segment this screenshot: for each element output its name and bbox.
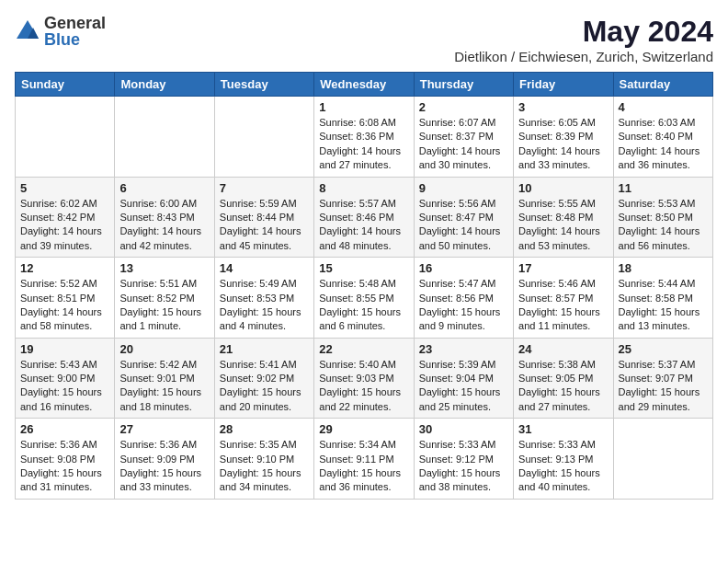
daylight-info: Daylight: 15 hours and 4 minutes. [220, 305, 309, 334]
day-cell: 29Sunrise: 5:34 AMSunset: 9:11 PMDayligh… [314, 419, 414, 500]
day-info: Sunrise: 5:33 AMSunset: 9:12 PMDaylight:… [419, 438, 508, 495]
sunrise-info: Sunrise: 5:33 AM [518, 438, 608, 452]
sunrise-info: Sunrise: 5:36 AM [20, 438, 109, 452]
day-info: Sunrise: 5:59 AMSunset: 8:44 PMDaylight:… [220, 197, 309, 254]
week-row-1: 1Sunrise: 6:08 AMSunset: 8:36 PMDaylight… [16, 97, 713, 178]
day-cell: 23Sunrise: 5:39 AMSunset: 9:04 PMDayligh… [414, 338, 513, 419]
day-cell: 2Sunrise: 6:07 AMSunset: 8:37 PMDaylight… [414, 97, 513, 178]
day-number: 16 [419, 261, 508, 275]
day-cell: 1Sunrise: 6:08 AMSunset: 8:36 PMDaylight… [314, 97, 414, 178]
month-title: May 2024 [454, 15, 713, 49]
day-cell: 10Sunrise: 5:55 AMSunset: 8:48 PMDayligh… [514, 177, 613, 258]
day-cell: 31Sunrise: 5:33 AMSunset: 9:13 PMDayligh… [514, 419, 613, 500]
day-header-wednesday: Wednesday [314, 73, 414, 97]
daylight-info: Daylight: 14 hours and 39 minutes. [20, 224, 109, 253]
sunrise-info: Sunrise: 5:55 AM [518, 197, 608, 211]
day-info: Sunrise: 6:07 AMSunset: 8:37 PMDaylight:… [419, 116, 508, 173]
day-cell: 14Sunrise: 5:49 AMSunset: 8:53 PMDayligh… [214, 258, 313, 339]
sunrise-info: Sunrise: 5:44 AM [619, 277, 708, 291]
day-number: 4 [619, 100, 708, 114]
sunrise-info: Sunrise: 5:39 AM [419, 358, 508, 372]
day-cell: 30Sunrise: 5:33 AMSunset: 9:12 PMDayligh… [414, 419, 513, 500]
sunrise-info: Sunrise: 5:40 AM [319, 358, 408, 372]
day-number: 7 [220, 181, 309, 195]
daylight-info: Daylight: 14 hours and 27 minutes. [319, 144, 408, 173]
sunset-info: Sunset: 9:01 PM [119, 372, 209, 385]
daylight-info: Daylight: 14 hours and 36 minutes. [619, 144, 708, 173]
day-info: Sunrise: 5:44 AMSunset: 8:58 PMDaylight:… [619, 277, 708, 334]
sunrise-info: Sunrise: 5:57 AM [319, 197, 408, 211]
day-number: 9 [419, 181, 508, 195]
sunrise-info: Sunrise: 5:47 AM [419, 277, 508, 291]
day-number: 1 [319, 100, 408, 114]
day-cell [613, 419, 712, 500]
daylight-info: Daylight: 14 hours and 53 minutes. [518, 224, 608, 253]
sunset-info: Sunset: 8:55 PM [319, 292, 408, 305]
sunrise-info: Sunrise: 5:41 AM [220, 358, 309, 372]
day-header-sunday: Sunday [16, 73, 115, 97]
day-cell: 15Sunrise: 5:48 AMSunset: 8:55 PMDayligh… [314, 258, 414, 339]
daylight-info: Daylight: 14 hours and 56 minutes. [619, 224, 708, 253]
day-number: 14 [220, 261, 309, 275]
day-number: 13 [119, 261, 209, 275]
day-number: 22 [319, 342, 408, 356]
day-header-friday: Friday [514, 73, 613, 97]
day-number: 6 [119, 181, 209, 195]
daylight-info: Daylight: 15 hours and 38 minutes. [419, 466, 508, 495]
daylight-info: Daylight: 15 hours and 25 minutes. [419, 385, 508, 414]
day-number: 17 [518, 261, 608, 275]
sunset-info: Sunset: 8:39 PM [518, 130, 608, 144]
day-number: 21 [220, 342, 309, 356]
sunset-info: Sunset: 9:10 PM [220, 453, 309, 466]
day-number: 28 [220, 422, 309, 436]
page-header: General Blue May 2024 Dietlikon / Eichwi… [15, 15, 713, 64]
daylight-info: Daylight: 15 hours and 18 minutes. [119, 385, 209, 414]
sunrise-info: Sunrise: 6:05 AM [518, 116, 608, 130]
sunrise-info: Sunrise: 6:07 AM [419, 116, 508, 130]
day-number: 29 [319, 422, 408, 436]
day-info: Sunrise: 5:46 AMSunset: 8:57 PMDaylight:… [518, 277, 608, 334]
daylight-info: Daylight: 14 hours and 45 minutes. [220, 224, 309, 253]
day-cell: 5Sunrise: 6:02 AMSunset: 8:42 PMDaylight… [16, 177, 115, 258]
location-title: Dietlikon / Eichwiesen, Zurich, Switzerl… [454, 49, 713, 64]
day-number: 5 [20, 181, 109, 195]
day-cell: 4Sunrise: 6:03 AMSunset: 8:40 PMDaylight… [613, 97, 712, 178]
day-number: 30 [419, 422, 508, 436]
day-info: Sunrise: 5:41 AMSunset: 9:02 PMDaylight:… [220, 358, 309, 415]
sunrise-info: Sunrise: 6:00 AM [119, 197, 209, 211]
day-cell [214, 97, 313, 178]
day-cell: 6Sunrise: 6:00 AMSunset: 8:43 PMDaylight… [115, 177, 214, 258]
logo-general: General [44, 15, 106, 31]
sunrise-info: Sunrise: 6:03 AM [619, 116, 708, 130]
daylight-info: Daylight: 14 hours and 30 minutes. [419, 144, 508, 173]
day-number: 26 [20, 422, 109, 436]
sunrise-info: Sunrise: 6:02 AM [20, 197, 109, 211]
sunset-info: Sunset: 8:48 PM [518, 211, 608, 224]
week-row-2: 5Sunrise: 6:02 AMSunset: 8:42 PMDaylight… [16, 177, 713, 258]
day-cell: 18Sunrise: 5:44 AMSunset: 8:58 PMDayligh… [613, 258, 712, 339]
sunset-info: Sunset: 9:04 PM [419, 372, 508, 385]
sunrise-info: Sunrise: 5:35 AM [220, 438, 309, 452]
sunrise-info: Sunrise: 5:46 AM [518, 277, 608, 291]
sunrise-info: Sunrise: 5:42 AM [119, 358, 209, 372]
day-cell: 9Sunrise: 5:56 AMSunset: 8:47 PMDaylight… [414, 177, 513, 258]
sunset-info: Sunset: 8:53 PM [220, 292, 309, 305]
day-info: Sunrise: 5:38 AMSunset: 9:05 PMDaylight:… [518, 358, 608, 415]
day-info: Sunrise: 5:42 AMSunset: 9:01 PMDaylight:… [119, 358, 209, 415]
day-cell: 20Sunrise: 5:42 AMSunset: 9:01 PMDayligh… [115, 338, 214, 419]
sunset-info: Sunset: 8:58 PM [619, 292, 708, 305]
day-cell: 27Sunrise: 5:36 AMSunset: 9:09 PMDayligh… [115, 419, 214, 500]
day-number: 12 [20, 261, 109, 275]
title-block: May 2024 Dietlikon / Eichwiesen, Zurich,… [454, 15, 713, 64]
day-number: 11 [619, 181, 708, 195]
sunrise-info: Sunrise: 5:52 AM [20, 277, 109, 291]
sunset-info: Sunset: 9:05 PM [518, 372, 608, 385]
sunset-info: Sunset: 9:13 PM [518, 453, 608, 466]
day-info: Sunrise: 5:52 AMSunset: 8:51 PMDaylight:… [20, 277, 109, 334]
daylight-info: Daylight: 14 hours and 50 minutes. [419, 224, 508, 253]
day-header-saturday: Saturday [613, 73, 712, 97]
sunrise-info: Sunrise: 5:56 AM [419, 197, 508, 211]
daylight-info: Daylight: 15 hours and 33 minutes. [119, 466, 209, 495]
sunset-info: Sunset: 9:00 PM [20, 372, 109, 385]
day-cell: 16Sunrise: 5:47 AMSunset: 8:56 PMDayligh… [414, 258, 513, 339]
